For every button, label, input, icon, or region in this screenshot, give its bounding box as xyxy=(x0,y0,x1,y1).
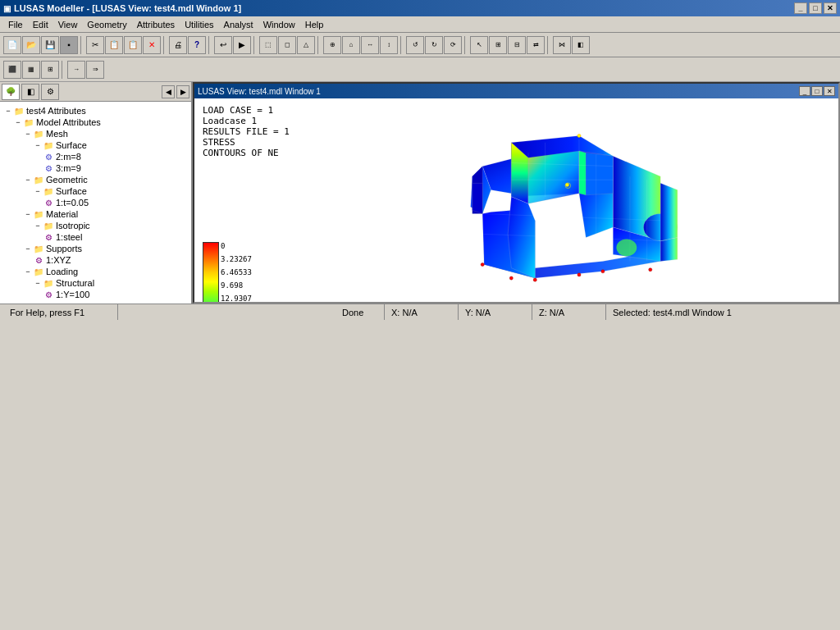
tree-supports[interactable]: − 📁 Supports xyxy=(3,243,188,254)
close-button[interactable]: ✕ xyxy=(824,2,837,14)
rotate-btn-1[interactable]: ↺ xyxy=(406,36,424,54)
tree-structural-label: Structural xyxy=(56,278,94,288)
tree-geo-surface[interactable]: − 📁 Surface xyxy=(3,185,188,197)
undo-button[interactable]: ↩ xyxy=(214,36,232,54)
tree-surface-3[interactable]: ⚙ 3:m=9 xyxy=(3,162,188,174)
status-bar: For Help, press F1 Done X: N/A Y: N/A Z:… xyxy=(0,304,840,320)
app-icon: ▣ xyxy=(3,4,11,13)
tree-structural[interactable]: − 📁 Structural xyxy=(3,277,188,289)
folder-icon-material: 📁 xyxy=(33,210,44,219)
play-button[interactable]: ▶ xyxy=(233,36,251,54)
sidebar-tab-properties[interactable]: ⚙ xyxy=(41,84,59,100)
paste-button[interactable]: 📋 xyxy=(124,36,142,54)
sidebar-tabs: 🌳 ◧ ⚙ ◀ ▶ xyxy=(0,82,191,102)
open-button[interactable]: 📂 xyxy=(22,36,40,54)
tree-load-1-label: 1:Y=100 xyxy=(56,290,89,299)
tree-geometric-label: Geometric xyxy=(46,175,88,185)
tree-isotropic[interactable]: − 📁 Isotropic xyxy=(3,220,188,231)
rotate-btn-3[interactable]: ⟳ xyxy=(444,36,462,54)
stress-label: STRESS xyxy=(203,137,290,148)
tree-model-attributes[interactable]: − 📁 Model Attributes xyxy=(3,116,188,128)
tree-model-label: Model Attributes xyxy=(36,117,101,127)
tree-toggle-mesh-surface: − xyxy=(33,141,43,149)
select-btn-3[interactable]: △ xyxy=(297,36,315,54)
cursor-btn-3[interactable]: ⊟ xyxy=(508,36,526,54)
title-bar-controls: _ □ ✕ xyxy=(794,2,837,14)
sidebar-tab-layers[interactable]: ◧ xyxy=(21,84,39,100)
menu-window[interactable]: Window xyxy=(258,18,300,31)
toolbar-sep-4 xyxy=(253,36,257,54)
tree-isotropic-label: Isotropic xyxy=(56,221,90,231)
rotate-btn-2[interactable]: ↻ xyxy=(425,36,443,54)
tree-geo-1[interactable]: ⚙ 1:t=0.05 xyxy=(3,197,188,208)
menu-file[interactable]: File xyxy=(3,18,28,31)
svg-marker-16 xyxy=(472,183,482,213)
geo-attr-icon: ⚙ xyxy=(43,199,54,208)
tree-sup-1[interactable]: ⚙ 1:XYZ xyxy=(3,254,188,266)
tree-geometric[interactable]: − 📁 Geometric xyxy=(3,174,188,185)
menu-edit[interactable]: Edit xyxy=(28,18,53,31)
tree-toggle-mesh: − xyxy=(23,130,33,138)
tree-load-1[interactable]: ⚙ 1:Y=100 xyxy=(3,289,188,300)
sidebar-tab-tree[interactable]: 🌳 xyxy=(2,84,20,100)
tree-loading[interactable]: − 📁 Loading xyxy=(3,266,188,277)
contours-label: CONTOURS OF NE xyxy=(203,148,290,158)
tree-iso-1[interactable]: ⚙ 1:steel xyxy=(3,231,188,243)
window-close[interactable]: ✕ xyxy=(824,86,835,96)
view-btn-1[interactable]: ⊕ xyxy=(323,36,341,54)
window-area: LUSAS View: test4.mdl Window 1 _ □ ✕ LOA… xyxy=(193,82,840,304)
cursor-btn-2[interactable]: ⊞ xyxy=(489,36,507,54)
tree-surface-2[interactable]: ⚙ 2:m=8 xyxy=(3,151,188,162)
maximize-button[interactable]: □ xyxy=(809,2,822,14)
view-btn-3[interactable]: ↔ xyxy=(361,36,379,54)
tool2-btn-1[interactable]: ⬛ xyxy=(3,61,21,79)
view-btn-4[interactable]: ↕ xyxy=(380,36,398,54)
save-button[interactable]: 💾 xyxy=(41,36,59,54)
tree-mesh[interactable]: − 📁 Mesh xyxy=(3,128,188,139)
sidebar: 🌳 ◧ ⚙ ◀ ▶ − 📁 test4 Attributes − 📁 Model… xyxy=(0,82,193,304)
cut-button[interactable]: ✂ xyxy=(86,36,104,54)
menu-utilities[interactable]: Utilities xyxy=(180,18,218,31)
menu-geometry[interactable]: Geometry xyxy=(82,18,131,31)
mesh-icon-3: ⚙ xyxy=(43,164,54,173)
cursor-btn-4[interactable]: ⇄ xyxy=(527,36,545,54)
menu-attributes[interactable]: Attributes xyxy=(132,18,180,31)
tree-toggle-supports: − xyxy=(23,244,33,253)
folder-icon-loading: 📁 xyxy=(33,267,44,276)
tree-mesh-surface[interactable]: − 📁 Surface xyxy=(3,139,188,151)
state-text: Done xyxy=(342,308,363,317)
window-maximize[interactable]: □ xyxy=(811,86,823,96)
tree-toggle-isotropic: − xyxy=(33,221,43,230)
menu-analyst[interactable]: Analyst xyxy=(219,18,258,31)
view-btn-2[interactable]: ⌂ xyxy=(342,36,360,54)
select-btn-2[interactable]: ◻ xyxy=(278,36,296,54)
tool2-btn-4[interactable]: → xyxy=(67,61,85,79)
tree-material[interactable]: − 📁 Material xyxy=(3,208,188,220)
window-controls: _ □ ✕ xyxy=(799,86,835,96)
window-minimize[interactable]: _ xyxy=(799,86,810,96)
copy-button[interactable]: 📋 xyxy=(105,36,123,54)
legend-val-2: 6.46533 xyxy=(221,268,252,276)
status-z-coord: Z: N/A xyxy=(532,304,606,320)
menu-help[interactable]: Help xyxy=(300,18,329,31)
sidebar-nav-back[interactable]: ◀ xyxy=(162,85,175,98)
new-button[interactable]: 📄 xyxy=(3,36,21,54)
delete-button[interactable]: ✕ xyxy=(143,36,161,54)
print-button[interactable]: 🖨 xyxy=(169,36,187,54)
results-file-line: RESULTS FILE = 1 xyxy=(203,126,290,137)
help-button[interactable]: ? xyxy=(188,36,206,54)
tool2-btn-2[interactable]: ▦ xyxy=(22,61,40,79)
extra-btn-2[interactable]: ◧ xyxy=(572,36,590,54)
tool2-btn-3[interactable]: ⊞ xyxy=(41,61,59,79)
menu-view[interactable]: View xyxy=(53,18,83,31)
svg-marker-13 xyxy=(508,197,535,278)
tool2-btn-5[interactable]: ⇒ xyxy=(86,61,104,79)
minimize-button[interactable]: _ xyxy=(794,2,807,14)
save-small-button[interactable]: ▪ xyxy=(60,36,78,54)
cursor-btn-1[interactable]: ↖ xyxy=(470,36,488,54)
extra-btn-1[interactable]: ⋈ xyxy=(553,36,571,54)
tree-root[interactable]: − 📁 test4 Attributes xyxy=(3,105,188,116)
viewport-inner[interactable]: LOAD CASE = 1 Loadcase 1 RESULTS FILE = … xyxy=(194,98,838,302)
select-btn-1[interactable]: ⬚ xyxy=(259,36,277,54)
sidebar-nav-forward[interactable]: ▶ xyxy=(176,85,189,98)
